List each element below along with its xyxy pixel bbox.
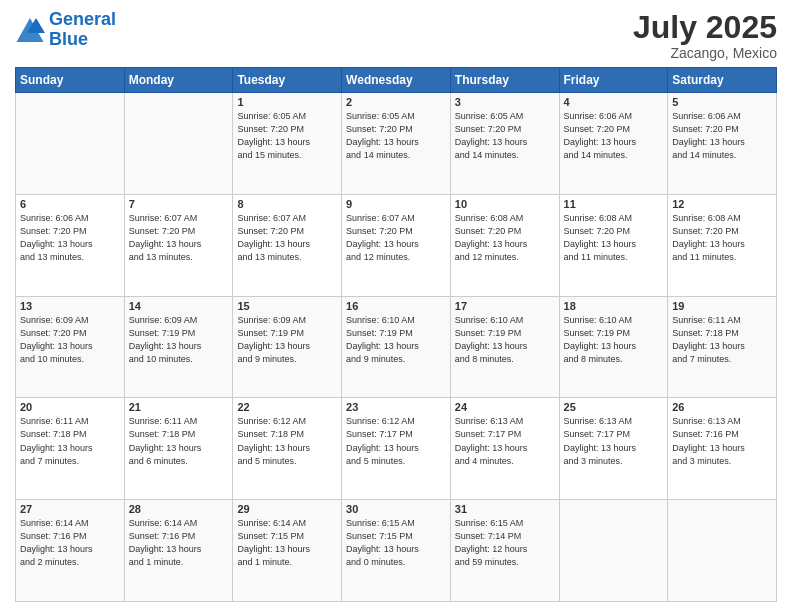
calendar-table: Sunday Monday Tuesday Wednesday Thursday… (15, 67, 777, 602)
day-number: 30 (346, 503, 446, 515)
day-number: 27 (20, 503, 120, 515)
calendar-cell: 17Sunrise: 6:10 AM Sunset: 7:19 PM Dayli… (450, 296, 559, 398)
day-info: Sunrise: 6:09 AM Sunset: 7:19 PM Dayligh… (129, 314, 229, 366)
day-number: 18 (564, 300, 664, 312)
day-number: 4 (564, 96, 664, 108)
calendar-cell: 30Sunrise: 6:15 AM Sunset: 7:15 PM Dayli… (342, 500, 451, 602)
calendar-cell: 29Sunrise: 6:14 AM Sunset: 7:15 PM Dayli… (233, 500, 342, 602)
calendar-cell: 13Sunrise: 6:09 AM Sunset: 7:20 PM Dayli… (16, 296, 125, 398)
day-info: Sunrise: 6:08 AM Sunset: 7:20 PM Dayligh… (672, 212, 772, 264)
day-number: 7 (129, 198, 229, 210)
calendar-cell: 22Sunrise: 6:12 AM Sunset: 7:18 PM Dayli… (233, 398, 342, 500)
week-row-4: 20Sunrise: 6:11 AM Sunset: 7:18 PM Dayli… (16, 398, 777, 500)
calendar-cell: 21Sunrise: 6:11 AM Sunset: 7:18 PM Dayli… (124, 398, 233, 500)
day-number: 23 (346, 401, 446, 413)
calendar-cell: 26Sunrise: 6:13 AM Sunset: 7:16 PM Dayli… (668, 398, 777, 500)
week-row-3: 13Sunrise: 6:09 AM Sunset: 7:20 PM Dayli… (16, 296, 777, 398)
calendar-cell (124, 93, 233, 195)
header-wednesday: Wednesday (342, 68, 451, 93)
day-number: 21 (129, 401, 229, 413)
logo-icon (15, 16, 45, 44)
week-row-1: 1Sunrise: 6:05 AM Sunset: 7:20 PM Daylig… (16, 93, 777, 195)
header-row: Sunday Monday Tuesday Wednesday Thursday… (16, 68, 777, 93)
day-info: Sunrise: 6:12 AM Sunset: 7:17 PM Dayligh… (346, 415, 446, 467)
calendar-cell: 6Sunrise: 6:06 AM Sunset: 7:20 PM Daylig… (16, 194, 125, 296)
day-number: 11 (564, 198, 664, 210)
month-title: July 2025 (633, 10, 777, 45)
calendar-cell: 23Sunrise: 6:12 AM Sunset: 7:17 PM Dayli… (342, 398, 451, 500)
day-info: Sunrise: 6:10 AM Sunset: 7:19 PM Dayligh… (346, 314, 446, 366)
day-number: 22 (237, 401, 337, 413)
day-info: Sunrise: 6:12 AM Sunset: 7:18 PM Dayligh… (237, 415, 337, 467)
day-number: 31 (455, 503, 555, 515)
calendar-cell: 8Sunrise: 6:07 AM Sunset: 7:20 PM Daylig… (233, 194, 342, 296)
day-number: 12 (672, 198, 772, 210)
calendar-cell (668, 500, 777, 602)
day-info: Sunrise: 6:05 AM Sunset: 7:20 PM Dayligh… (346, 110, 446, 162)
day-number: 29 (237, 503, 337, 515)
day-number: 8 (237, 198, 337, 210)
calendar-cell (16, 93, 125, 195)
header: General Blue July 2025 Zacango, Mexico (15, 10, 777, 61)
calendar-cell (559, 500, 668, 602)
header-thursday: Thursday (450, 68, 559, 93)
header-friday: Friday (559, 68, 668, 93)
calendar-cell: 19Sunrise: 6:11 AM Sunset: 7:18 PM Dayli… (668, 296, 777, 398)
day-info: Sunrise: 6:05 AM Sunset: 7:20 PM Dayligh… (237, 110, 337, 162)
calendar-cell: 9Sunrise: 6:07 AM Sunset: 7:20 PM Daylig… (342, 194, 451, 296)
calendar-cell: 24Sunrise: 6:13 AM Sunset: 7:17 PM Dayli… (450, 398, 559, 500)
day-info: Sunrise: 6:10 AM Sunset: 7:19 PM Dayligh… (564, 314, 664, 366)
day-info: Sunrise: 6:13 AM Sunset: 7:17 PM Dayligh… (455, 415, 555, 467)
calendar-cell: 11Sunrise: 6:08 AM Sunset: 7:20 PM Dayli… (559, 194, 668, 296)
day-info: Sunrise: 6:06 AM Sunset: 7:20 PM Dayligh… (564, 110, 664, 162)
day-number: 10 (455, 198, 555, 210)
logo-line1: General (49, 9, 116, 29)
day-number: 3 (455, 96, 555, 108)
calendar-cell: 12Sunrise: 6:08 AM Sunset: 7:20 PM Dayli… (668, 194, 777, 296)
calendar-cell: 14Sunrise: 6:09 AM Sunset: 7:19 PM Dayli… (124, 296, 233, 398)
logo: General Blue (15, 10, 116, 50)
day-number: 16 (346, 300, 446, 312)
calendar-cell: 10Sunrise: 6:08 AM Sunset: 7:20 PM Dayli… (450, 194, 559, 296)
calendar-cell: 5Sunrise: 6:06 AM Sunset: 7:20 PM Daylig… (668, 93, 777, 195)
day-number: 1 (237, 96, 337, 108)
day-info: Sunrise: 6:11 AM Sunset: 7:18 PM Dayligh… (129, 415, 229, 467)
day-info: Sunrise: 6:08 AM Sunset: 7:20 PM Dayligh… (455, 212, 555, 264)
day-info: Sunrise: 6:10 AM Sunset: 7:19 PM Dayligh… (455, 314, 555, 366)
day-number: 6 (20, 198, 120, 210)
calendar-cell: 16Sunrise: 6:10 AM Sunset: 7:19 PM Dayli… (342, 296, 451, 398)
calendar-cell: 7Sunrise: 6:07 AM Sunset: 7:20 PM Daylig… (124, 194, 233, 296)
page: General Blue July 2025 Zacango, Mexico S… (0, 0, 792, 612)
day-info: Sunrise: 6:14 AM Sunset: 7:16 PM Dayligh… (129, 517, 229, 569)
calendar-cell: 4Sunrise: 6:06 AM Sunset: 7:20 PM Daylig… (559, 93, 668, 195)
day-info: Sunrise: 6:05 AM Sunset: 7:20 PM Dayligh… (455, 110, 555, 162)
calendar-cell: 20Sunrise: 6:11 AM Sunset: 7:18 PM Dayli… (16, 398, 125, 500)
week-row-2: 6Sunrise: 6:06 AM Sunset: 7:20 PM Daylig… (16, 194, 777, 296)
day-info: Sunrise: 6:11 AM Sunset: 7:18 PM Dayligh… (20, 415, 120, 467)
day-info: Sunrise: 6:15 AM Sunset: 7:15 PM Dayligh… (346, 517, 446, 569)
day-info: Sunrise: 6:14 AM Sunset: 7:15 PM Dayligh… (237, 517, 337, 569)
calendar-cell: 31Sunrise: 6:15 AM Sunset: 7:14 PM Dayli… (450, 500, 559, 602)
day-info: Sunrise: 6:11 AM Sunset: 7:18 PM Dayligh… (672, 314, 772, 366)
header-sunday: Sunday (16, 68, 125, 93)
day-info: Sunrise: 6:06 AM Sunset: 7:20 PM Dayligh… (672, 110, 772, 162)
header-tuesday: Tuesday (233, 68, 342, 93)
day-info: Sunrise: 6:06 AM Sunset: 7:20 PM Dayligh… (20, 212, 120, 264)
day-info: Sunrise: 6:09 AM Sunset: 7:19 PM Dayligh… (237, 314, 337, 366)
calendar-cell: 15Sunrise: 6:09 AM Sunset: 7:19 PM Dayli… (233, 296, 342, 398)
day-number: 13 (20, 300, 120, 312)
day-info: Sunrise: 6:13 AM Sunset: 7:16 PM Dayligh… (672, 415, 772, 467)
day-info: Sunrise: 6:07 AM Sunset: 7:20 PM Dayligh… (237, 212, 337, 264)
day-number: 5 (672, 96, 772, 108)
logo-line2: Blue (49, 29, 88, 49)
calendar-cell: 25Sunrise: 6:13 AM Sunset: 7:17 PM Dayli… (559, 398, 668, 500)
day-number: 15 (237, 300, 337, 312)
calendar-cell: 28Sunrise: 6:14 AM Sunset: 7:16 PM Dayli… (124, 500, 233, 602)
day-info: Sunrise: 6:07 AM Sunset: 7:20 PM Dayligh… (129, 212, 229, 264)
day-info: Sunrise: 6:14 AM Sunset: 7:16 PM Dayligh… (20, 517, 120, 569)
location: Zacango, Mexico (633, 45, 777, 61)
day-info: Sunrise: 6:07 AM Sunset: 7:20 PM Dayligh… (346, 212, 446, 264)
calendar-cell: 18Sunrise: 6:10 AM Sunset: 7:19 PM Dayli… (559, 296, 668, 398)
header-saturday: Saturday (668, 68, 777, 93)
calendar-cell: 2Sunrise: 6:05 AM Sunset: 7:20 PM Daylig… (342, 93, 451, 195)
